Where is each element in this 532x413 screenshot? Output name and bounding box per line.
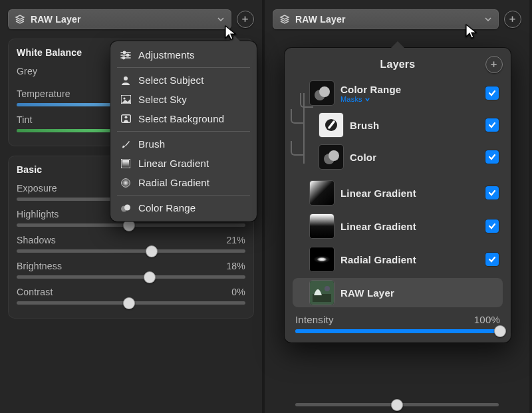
masks-label[interactable]: Masks xyxy=(340,95,362,103)
svg-rect-21 xyxy=(310,181,334,205)
contrast-label: Contrast xyxy=(17,287,53,297)
shadows-label: Shadows xyxy=(17,235,56,245)
visibility-checkbox[interactable] xyxy=(485,219,499,233)
chevron-down-icon xyxy=(217,15,225,23)
shadows-value: 21% xyxy=(226,235,245,245)
visibility-checkbox[interactable] xyxy=(485,86,499,100)
brush-icon xyxy=(120,139,132,149)
svg-point-13 xyxy=(122,178,130,187)
layer-color[interactable]: Color xyxy=(293,142,503,172)
visibility-checkbox[interactable] xyxy=(485,186,499,200)
chevron-down-icon xyxy=(484,15,492,23)
svg-point-20 xyxy=(329,150,339,161)
radial-gradient-icon xyxy=(120,178,132,188)
svg-point-24 xyxy=(313,255,331,263)
color-thumb-icon xyxy=(319,145,343,169)
intensity-slider[interactable] xyxy=(295,329,500,333)
menu-linear-gradient[interactable]: Linear Gradient xyxy=(110,154,257,173)
intensity-value: 100% xyxy=(474,314,500,325)
layer-selector[interactable]: RAW Layer xyxy=(8,9,231,29)
layer-label: Color Range xyxy=(340,84,479,95)
intensity-label: Intensity xyxy=(295,314,334,325)
add-layer-button[interactable]: ＋ xyxy=(504,11,521,28)
layer-label: Linear Gradient xyxy=(340,221,479,232)
layer-label: Brush xyxy=(350,120,479,131)
layer-label: Linear Gradient xyxy=(340,188,479,199)
menu-radial-gradient-label: Radial Gradient xyxy=(138,177,209,188)
linear-gradient-thumb-icon xyxy=(310,181,334,205)
svg-point-8 xyxy=(123,97,125,99)
visibility-checkbox[interactable] xyxy=(485,150,499,164)
menu-radial-gradient[interactable]: Radial Gradient xyxy=(110,173,257,192)
layer-brush[interactable]: Brush xyxy=(293,110,503,140)
svg-point-27 xyxy=(325,286,330,291)
svg-point-17 xyxy=(319,86,330,97)
visibility-checkbox[interactable] xyxy=(485,118,499,132)
menu-select-background[interactable]: Select Background xyxy=(110,109,257,128)
menu-color-range-label: Color Range xyxy=(138,202,196,213)
layer-selector-label: RAW Layer xyxy=(295,14,346,25)
sky-icon xyxy=(120,95,132,104)
linear-gradient-thumb-icon xyxy=(310,214,334,238)
layer-label: RAW Layer xyxy=(340,287,499,299)
add-layer-button[interactable]: ＋ xyxy=(237,11,254,28)
layer-linear-gradient-2[interactable]: Linear Gradient xyxy=(293,211,503,241)
layers-popover-title: Layers xyxy=(380,59,416,70)
brightness-slider[interactable] xyxy=(17,275,245,279)
visibility-checkbox[interactable] xyxy=(485,253,499,266)
layers-icon xyxy=(15,14,25,25)
layer-label: Radial Gradient xyxy=(340,254,479,265)
shadows-slider[interactable] xyxy=(17,249,245,253)
svg-point-3 xyxy=(126,54,128,56)
svg-point-15 xyxy=(124,204,130,210)
menu-select-background-label: Select Background xyxy=(138,113,224,124)
menu-select-sky-label: Select Sky xyxy=(138,94,187,105)
svg-rect-22 xyxy=(310,214,334,238)
brightness-label: Brightness xyxy=(17,261,62,271)
layer-radial-gradient[interactable]: Radial Gradient xyxy=(293,245,503,274)
adjustments-icon xyxy=(120,51,132,60)
layers-icon xyxy=(279,14,290,25)
menu-brush[interactable]: Brush xyxy=(110,134,257,154)
contrast-slider[interactable] xyxy=(17,301,245,305)
brush-thumb-icon xyxy=(319,113,343,137)
brightness-value: 18% xyxy=(226,261,245,271)
contrast-value: 0% xyxy=(231,287,245,297)
layer-color-range[interactable]: Color Range Masks xyxy=(293,78,503,108)
highlights-label: Highlights xyxy=(17,209,59,219)
menu-select-subject-label: Select Subject xyxy=(138,74,204,86)
layers-popover: Layers ＋ Color Range Masks xyxy=(285,48,511,343)
menu-brush-label: Brush xyxy=(138,138,165,150)
person-icon xyxy=(120,76,132,85)
color-range-icon xyxy=(120,204,132,213)
layer-selector[interactable]: RAW Layer xyxy=(273,9,499,29)
layer-selector-label: RAW Layer xyxy=(31,14,81,25)
svg-point-6 xyxy=(124,76,128,80)
background-icon xyxy=(120,114,132,123)
exposure-label: Exposure xyxy=(17,183,57,194)
radial-gradient-thumb-icon xyxy=(310,247,334,271)
menu-adjustments-label: Adjustments xyxy=(138,49,195,61)
menu-linear-gradient-label: Linear Gradient xyxy=(138,158,209,169)
svg-point-10 xyxy=(124,116,127,118)
menu-select-sky[interactable]: Select Sky xyxy=(110,90,257,109)
menu-adjustments[interactable]: Adjustments xyxy=(110,45,257,65)
add-layer-menu: Adjustments Select Subject Select Sky Se xyxy=(110,41,257,221)
tint-label: Tint xyxy=(17,114,33,125)
temperature-label: Temperature xyxy=(17,88,70,99)
horizontal-scrollbar[interactable] xyxy=(295,403,499,406)
menu-select-subject[interactable]: Select Subject xyxy=(110,70,257,90)
color-range-thumb-icon xyxy=(310,81,334,105)
svg-rect-12 xyxy=(122,160,129,167)
layer-raw-layer[interactable]: RAW Layer xyxy=(293,278,503,307)
menu-color-range[interactable]: Color Range xyxy=(110,198,257,217)
layer-linear-gradient-1[interactable]: Linear Gradient xyxy=(293,178,503,207)
popover-add-button[interactable]: ＋ xyxy=(485,56,503,73)
linear-gradient-icon xyxy=(120,159,132,168)
grey-label: Grey xyxy=(17,66,37,76)
highlights-slider[interactable] xyxy=(17,223,245,227)
image-thumb-icon xyxy=(310,281,334,305)
svg-point-1 xyxy=(123,51,125,53)
svg-point-5 xyxy=(122,57,124,59)
layer-label: Color xyxy=(350,152,479,163)
